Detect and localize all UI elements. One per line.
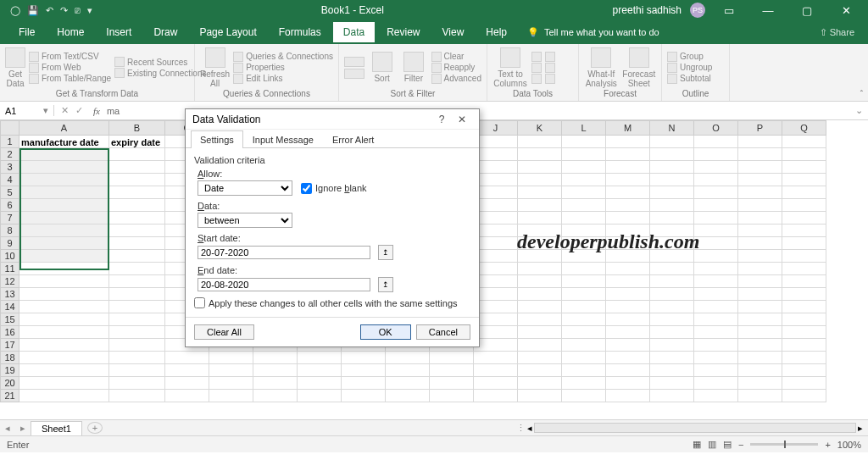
- cell[interactable]: [650, 313, 694, 326]
- cell[interactable]: [165, 390, 209, 402]
- row-header[interactable]: 15: [1, 313, 19, 326]
- cell[interactable]: [342, 377, 386, 390]
- start-date-input[interactable]: [198, 246, 370, 259]
- cell[interactable]: [738, 326, 782, 339]
- cell[interactable]: [606, 161, 650, 174]
- cell[interactable]: [606, 390, 650, 402]
- cell[interactable]: [650, 199, 694, 212]
- cell[interactable]: [606, 377, 650, 390]
- col-header[interactable]: B: [109, 121, 165, 136]
- cell[interactable]: manufacture date: [19, 136, 109, 148]
- cell[interactable]: [738, 377, 782, 390]
- cell[interactable]: [109, 161, 165, 174]
- cell[interactable]: [738, 339, 782, 352]
- cell[interactable]: [109, 288, 165, 301]
- cell[interactable]: [474, 377, 518, 390]
- cell[interactable]: [19, 301, 109, 313]
- end-date-ref-icon[interactable]: ↥: [378, 277, 393, 292]
- cell[interactable]: [298, 377, 342, 390]
- cell[interactable]: [474, 199, 518, 212]
- relationships[interactable]: [545, 63, 555, 73]
- cell[interactable]: [19, 390, 109, 402]
- zoom-slider[interactable]: [750, 443, 818, 446]
- page-layout-icon[interactable]: ▥: [708, 439, 716, 450]
- cell[interactable]: [474, 250, 518, 263]
- cell[interactable]: [19, 199, 109, 212]
- sheet-nav-prev[interactable]: ◂: [0, 423, 15, 434]
- cell[interactable]: [650, 161, 694, 174]
- cell[interactable]: [782, 301, 826, 313]
- cell[interactable]: [430, 364, 474, 377]
- cancel-formula-icon[interactable]: ✕: [61, 105, 69, 116]
- cell[interactable]: [109, 174, 165, 186]
- cell[interactable]: [109, 250, 165, 263]
- advanced-filter[interactable]: Advanced: [431, 74, 481, 84]
- sheet-tab[interactable]: Sheet1: [31, 421, 82, 435]
- cell[interactable]: [782, 199, 826, 212]
- cell[interactable]: [782, 148, 826, 161]
- cell[interactable]: [19, 275, 109, 288]
- cell[interactable]: [738, 136, 782, 148]
- touch-icon[interactable]: ⎚: [75, 5, 81, 15]
- cell[interactable]: [606, 136, 650, 148]
- cell[interactable]: [209, 377, 253, 390]
- cell[interactable]: [109, 224, 165, 237]
- end-date-input[interactable]: [198, 278, 370, 291]
- dialog-tab-input-message[interactable]: Input Message: [243, 130, 323, 148]
- cell[interactable]: [650, 288, 694, 301]
- scroll-right-icon[interactable]: ▸: [858, 423, 863, 434]
- recent-sources[interactable]: Recent Sources: [114, 57, 206, 67]
- dialog-help-icon[interactable]: ?: [431, 114, 452, 125]
- cell[interactable]: [19, 352, 109, 364]
- ok-button[interactable]: OK: [360, 324, 411, 340]
- cell[interactable]: [474, 364, 518, 377]
- cell[interactable]: [474, 186, 518, 199]
- allow-select[interactable]: Date: [198, 180, 292, 196]
- get-data-button[interactable]: Get Data: [5, 47, 25, 88]
- cell[interactable]: [782, 263, 826, 275]
- cell[interactable]: [738, 390, 782, 402]
- cell[interactable]: [694, 263, 738, 275]
- filter-button[interactable]: Filter: [399, 52, 427, 83]
- cell[interactable]: [782, 326, 826, 339]
- cell[interactable]: [19, 250, 109, 263]
- cell[interactable]: [518, 199, 562, 212]
- cell[interactable]: [109, 364, 165, 377]
- cell[interactable]: [782, 186, 826, 199]
- cell[interactable]: [606, 199, 650, 212]
- cell[interactable]: [606, 186, 650, 199]
- existing-connections[interactable]: Existing Connections: [114, 68, 206, 78]
- zoom-level[interactable]: 100%: [837, 440, 861, 450]
- tab-help[interactable]: Help: [476, 22, 517, 42]
- cell[interactable]: [694, 237, 738, 250]
- cell[interactable]: [19, 377, 109, 390]
- cell[interactable]: [19, 161, 109, 174]
- row-header[interactable]: 19: [1, 364, 19, 377]
- cell[interactable]: [650, 275, 694, 288]
- cell[interactable]: [694, 224, 738, 237]
- cell[interactable]: [694, 186, 738, 199]
- cell[interactable]: [782, 212, 826, 224]
- cell[interactable]: [253, 377, 298, 390]
- save-icon[interactable]: 💾: [27, 5, 39, 16]
- cell[interactable]: [518, 275, 562, 288]
- cell[interactable]: [518, 288, 562, 301]
- row-header[interactable]: 6: [1, 199, 19, 212]
- cell[interactable]: [650, 148, 694, 161]
- row-header[interactable]: 17: [1, 339, 19, 352]
- cell[interactable]: [694, 174, 738, 186]
- cell[interactable]: [738, 224, 782, 237]
- sort-button[interactable]: Sort: [368, 52, 396, 83]
- enter-formula-icon[interactable]: ✓: [75, 105, 83, 116]
- cell[interactable]: [109, 263, 165, 275]
- cell[interactable]: [562, 263, 606, 275]
- row-header[interactable]: 1: [1, 136, 19, 148]
- cell[interactable]: [606, 275, 650, 288]
- row-header[interactable]: 3: [1, 161, 19, 174]
- cell[interactable]: [518, 301, 562, 313]
- cell[interactable]: [109, 326, 165, 339]
- normal-view-icon[interactable]: ▦: [693, 439, 701, 450]
- cell[interactable]: [650, 263, 694, 275]
- cell[interactable]: [650, 301, 694, 313]
- cell[interactable]: [562, 390, 606, 402]
